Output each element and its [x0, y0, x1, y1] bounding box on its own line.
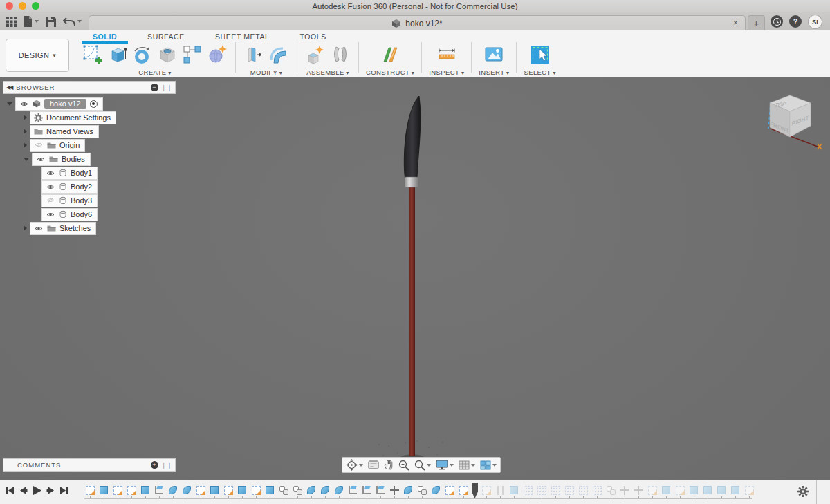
timeline-feature-extrude[interactable]	[687, 483, 701, 498]
close-tab-icon[interactable]: ×	[732, 17, 738, 28]
group-label-create[interactable]: CREATE	[138, 68, 171, 76]
fillet-icon[interactable]	[268, 44, 290, 66]
tab-tools[interactable]: TOOLS	[284, 30, 341, 42]
tab-sheet-metal[interactable]: SHEET METAL	[200, 30, 285, 42]
create-sketch-icon[interactable]	[82, 44, 104, 66]
tree-row-named-views[interactable]: Named Views	[3, 124, 183, 138]
look-at-icon[interactable]	[368, 460, 379, 469]
timeline-feature-pattern[interactable]	[576, 483, 590, 498]
group-label-select[interactable]: SELECT	[524, 68, 555, 76]
browser-options-icon[interactable]: −	[151, 84, 158, 91]
timeline-feature-sketch[interactable]	[111, 483, 124, 498]
tree-row-sketches[interactable]: Sketches	[3, 221, 183, 235]
tree-row-document-settings[interactable]: Document Settings	[3, 111, 183, 124]
timeline-feature-fillet[interactable]	[429, 483, 443, 498]
tree-label-body1[interactable]: Body1	[71, 169, 92, 177]
zoom-window-icon[interactable]	[398, 460, 409, 471]
tree-label-root[interactable]: hoko v12	[44, 99, 86, 109]
expander-closed-icon[interactable]	[24, 225, 27, 231]
viewport-canvas[interactable]: TOP FRONT RIGHT ◀◀ BROWSER − ❘❘ hoko v12	[0, 77, 830, 480]
timeline-feature-extrude[interactable]	[728, 483, 742, 498]
panel-grip-icon[interactable]: ❘❘	[161, 462, 173, 469]
expander-open-icon[interactable]	[24, 158, 29, 161]
timeline-feature-move[interactable]	[387, 483, 401, 498]
tree-row-body1[interactable]: Body1	[3, 166, 183, 180]
timeline-feature-extrude[interactable]	[263, 483, 277, 498]
timeline-feature-pattern[interactable]	[562, 483, 576, 498]
timeline-feature-extrude[interactable]	[701, 483, 714, 498]
grid-settings-icon[interactable]	[459, 460, 475, 470]
group-label-assemble[interactable]: ASSEMBLE	[306, 68, 349, 76]
timeline-feature-combine[interactable]	[277, 483, 290, 498]
timeline-feature-extrude[interactable]	[714, 483, 728, 498]
tab-surface[interactable]: SURFACE	[132, 30, 200, 42]
eye-icon[interactable]	[36, 156, 46, 162]
timeline-feature-sketch[interactable]	[645, 483, 659, 498]
tree-label-body2[interactable]: Body2	[71, 183, 92, 191]
group-label-construct[interactable]: CONSTRUCT	[366, 68, 414, 76]
eye-icon[interactable]	[46, 212, 55, 218]
timeline-feature-plane[interactable]	[346, 483, 360, 498]
press-pull-icon[interactable]	[243, 44, 265, 66]
group-label-inspect[interactable]: INSPECT	[429, 68, 464, 76]
expander-open-icon[interactable]	[7, 102, 12, 106]
viewports-icon[interactable]	[480, 460, 497, 470]
timeline-feature-sketch[interactable]	[249, 483, 263, 498]
timeline-feature-sketch[interactable]	[456, 483, 470, 498]
eye-icon[interactable]	[19, 101, 29, 107]
panel-grip-icon[interactable]: ❘❘	[161, 84, 173, 91]
tab-solid[interactable]: SOLID	[77, 30, 132, 42]
eye-icon[interactable]	[46, 170, 55, 176]
timeline-feature-sketch[interactable]	[221, 483, 235, 498]
browser-panel-header[interactable]: ◀◀ BROWSER − ❘❘	[3, 81, 176, 94]
timeline-feature-combine[interactable]	[290, 483, 304, 498]
undo-icon[interactable]	[61, 16, 84, 28]
timeline-feature-mirror[interactable]	[493, 483, 507, 498]
group-label-insert[interactable]: INSERT	[479, 68, 509, 76]
timeline-feature-extrude[interactable]	[97, 483, 111, 498]
timeline-feature-pattern[interactable]	[535, 483, 548, 498]
timeline-settings-gear-icon[interactable]	[797, 485, 809, 501]
revolve-icon[interactable]	[131, 44, 154, 66]
tree-label-body6[interactable]: Body6	[71, 210, 92, 218]
activate-component-radio[interactable]	[90, 100, 98, 108]
timeline-feature-combine[interactable]	[604, 483, 618, 498]
timeline-playhead[interactable]	[472, 483, 478, 498]
timeline-feature-extrude[interactable]	[659, 483, 673, 498]
create-form-icon[interactable]	[206, 44, 228, 66]
tree-label-body3[interactable]: Body3	[71, 196, 92, 205]
timeline-feature-sketch[interactable]	[124, 483, 138, 498]
construct-plane-icon[interactable]	[379, 44, 401, 66]
play-icon[interactable]	[32, 485, 42, 496]
tree-row-body3[interactable]: Body3	[3, 194, 183, 207]
eye-off-icon[interactable]	[46, 197, 55, 203]
select-icon[interactable]	[529, 44, 551, 66]
go-to-start-icon[interactable]	[6, 486, 15, 495]
timeline-feature-sketch[interactable]	[194, 483, 208, 498]
workspace-selector-button[interactable]: DESIGN	[6, 39, 69, 72]
eye-icon[interactable]	[34, 225, 44, 232]
user-avatar[interactable]: SI	[808, 15, 822, 29]
document-tab[interactable]: hoko v12* ×	[89, 15, 746, 30]
rectangular-pattern-icon[interactable]	[181, 44, 203, 66]
expander-closed-icon[interactable]	[24, 142, 27, 148]
timeline-feature-fillet[interactable]	[332, 483, 346, 498]
tree-label-named-views[interactable]: Named Views	[46, 127, 93, 136]
add-comment-icon[interactable]: +	[151, 461, 158, 469]
comments-panel-header[interactable]: COMMENTS + ❘❘	[3, 458, 176, 472]
tree-label-document-settings[interactable]: Document Settings	[46, 113, 111, 122]
tree-row-root[interactable]: hoko v12	[3, 97, 183, 111]
timeline-feature-fillet[interactable]	[401, 483, 415, 498]
pan-icon[interactable]	[384, 460, 394, 470]
timeline-feature-fillet[interactable]	[304, 483, 318, 498]
timeline-feature-pattern[interactable]	[590, 483, 604, 498]
timeline-feature-move[interactable]	[618, 483, 631, 498]
measure-icon[interactable]	[436, 44, 458, 66]
timeline-feature-fillet[interactable]	[180, 483, 194, 498]
tree-row-body2[interactable]: Body2	[3, 180, 183, 194]
timeline-feature-pattern[interactable]	[521, 483, 535, 498]
go-to-end-icon[interactable]	[59, 486, 68, 495]
tree-row-origin[interactable]: Origin	[3, 138, 183, 152]
eye-icon[interactable]	[46, 184, 55, 190]
timeline-feature-extrude[interactable]	[138, 483, 152, 498]
